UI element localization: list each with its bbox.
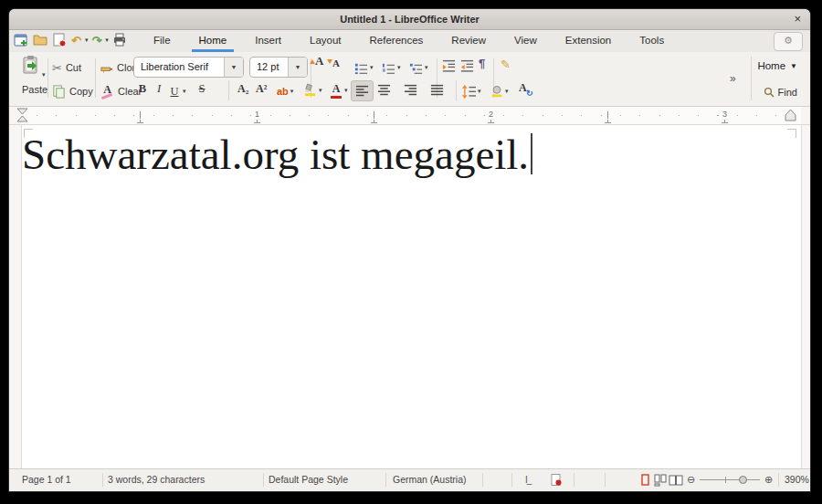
separator xyxy=(385,473,386,487)
line-spacing-button[interactable]: ▾ xyxy=(462,82,481,100)
libreoffice-writer-window: Untitled 1 - LibreOffice Writer × ↶ ▾ ↷ … xyxy=(9,9,810,491)
find-button[interactable]: Find xyxy=(764,83,797,101)
gear-icon[interactable]: ⚙ xyxy=(774,32,803,51)
font-size-value[interactable]: 12 pt xyxy=(250,58,288,77)
tab-tools[interactable]: Tools xyxy=(627,30,676,52)
book-view-button[interactable] xyxy=(669,474,683,487)
ruler-major-tick xyxy=(374,111,374,119)
cut-label: Cut xyxy=(66,62,81,73)
superscript-button[interactable]: A² xyxy=(256,82,267,96)
font-color-dropdown-icon[interactable]: ▾ xyxy=(344,87,348,94)
insert-mode-icon[interactable]: I_ xyxy=(525,469,531,490)
open-icon[interactable] xyxy=(33,33,47,47)
cut-button[interactable]: ✂ Cut xyxy=(52,58,81,77)
paragraph-background-dropdown-icon[interactable]: ▾ xyxy=(505,88,509,95)
ruler-major-tick xyxy=(140,111,141,119)
font-name-dropdown-icon[interactable]: ▼ xyxy=(224,58,243,77)
character-highlight-button[interactable]: ab ▾ xyxy=(277,82,293,100)
scissors-icon: ✂ xyxy=(52,61,62,75)
line-spacing-dropdown-icon[interactable]: ▾ xyxy=(478,88,481,95)
tab-view[interactable]: View xyxy=(502,30,549,52)
bullet-list-button[interactable]: ▾ xyxy=(354,58,374,77)
multi-page-view-button[interactable] xyxy=(654,474,667,487)
tab-references[interactable]: References xyxy=(358,30,436,52)
underline-dropdown-icon[interactable]: ▾ xyxy=(183,88,186,95)
font-size-dropdown-icon[interactable]: ▼ xyxy=(288,58,307,77)
highlight-dropdown-icon[interactable]: ▾ xyxy=(319,87,322,94)
align-center-button[interactable] xyxy=(377,83,391,97)
print-icon[interactable] xyxy=(112,33,127,47)
copy-button[interactable]: Copy xyxy=(52,82,93,100)
single-page-view-button[interactable] xyxy=(639,474,651,487)
paragraph-background-button[interactable]: ▾ xyxy=(490,82,509,100)
strikethrough-button[interactable]: S xyxy=(195,82,208,96)
bullet-list-dropdown-icon[interactable]: ▾ xyxy=(370,64,374,71)
formatting-marks-button[interactable]: ¶ xyxy=(479,57,485,70)
paste-icon[interactable] xyxy=(22,56,39,75)
align-left-button[interactable] xyxy=(351,80,374,101)
redo-icon[interactable]: ↷ xyxy=(91,34,101,47)
highlighter-icon xyxy=(303,83,317,98)
paste-label[interactable]: Paste xyxy=(18,84,51,95)
page-number-status[interactable]: Page 1 of 1 xyxy=(22,469,71,490)
character-highlight-icon: ab xyxy=(277,86,289,97)
outline-list-dropdown-icon[interactable]: ▾ xyxy=(425,64,428,71)
horizontal-ruler[interactable]: 1 2 3 xyxy=(9,107,810,125)
default-tabstop-mark xyxy=(722,119,728,123)
language-status[interactable]: German (Austria) xyxy=(393,469,467,490)
redo-dropdown-icon[interactable]: ▾ xyxy=(105,37,109,44)
tab-review[interactable]: Review xyxy=(439,30,498,52)
font-name-combobox[interactable]: Liberation Serif ▼ xyxy=(133,57,244,78)
font-size-combobox[interactable]: 12 pt ▼ xyxy=(249,57,308,78)
tab-strip: File Home Insert Layout References Revie… xyxy=(142,30,680,52)
paste-dropdown-icon[interactable]: ▾ xyxy=(42,71,46,79)
document-canvas[interactable]: Schwarzatal.org ist megageil. xyxy=(9,125,810,469)
numbered-list-dropdown-icon[interactable]: ▾ xyxy=(397,64,401,71)
toolbar-overflow-button[interactable]: » xyxy=(730,72,736,85)
zoom-slider-handle[interactable] xyxy=(739,476,747,484)
context-menu-button[interactable]: Home ▼ xyxy=(757,60,797,71)
numbered-list-button[interactable]: ▾ xyxy=(382,58,401,77)
font-color-button[interactable]: A ▾ xyxy=(330,81,348,100)
undo-icon[interactable]: ↶ xyxy=(71,34,81,47)
up-arrow-icon xyxy=(310,59,315,64)
underline-button[interactable]: U ▾ xyxy=(168,82,186,100)
tab-extension[interactable]: Extension xyxy=(553,30,624,52)
search-icon xyxy=(764,87,775,98)
increase-indent-button[interactable] xyxy=(442,59,456,73)
close-icon[interactable]: × xyxy=(794,9,801,28)
autocorrect-button[interactable]: A ↻ xyxy=(519,82,527,93)
new-document-icon[interactable] xyxy=(14,33,28,47)
left-indent-marker[interactable] xyxy=(16,108,28,123)
zoom-in-button[interactable]: ⊕ xyxy=(764,469,773,490)
document-modified-icon[interactable] xyxy=(551,474,563,487)
save-icon[interactable] xyxy=(52,33,67,47)
document-text[interactable]: Schwarzatal.org ist megageil. xyxy=(22,125,532,184)
tab-insert[interactable]: Insert xyxy=(243,30,293,52)
page-style-status[interactable]: Default Page Style xyxy=(269,469,348,490)
word-count-status[interactable]: 3 words, 29 characters xyxy=(108,469,205,490)
font-name-value[interactable]: Liberation Serif xyxy=(134,58,224,77)
align-justify-button[interactable] xyxy=(430,83,444,97)
tab-layout[interactable]: Layout xyxy=(298,30,353,52)
zoom-slider[interactable] xyxy=(700,479,760,480)
decrease-indent-button[interactable] xyxy=(460,59,474,73)
outline-list-button[interactable]: ▾ xyxy=(409,58,428,77)
undo-dropdown-icon[interactable]: ▾ xyxy=(85,37,89,44)
numbered-list-icon xyxy=(382,61,395,75)
subscript-button[interactable]: A₂ xyxy=(237,82,248,96)
tab-file[interactable]: File xyxy=(142,30,183,52)
edit-mode-pencil-icon[interactable]: ✎ xyxy=(501,58,511,71)
zoom-out-button[interactable]: ⊖ xyxy=(687,469,695,490)
context-menu-arrow-icon: ▼ xyxy=(790,62,797,70)
highlight-color-button[interactable]: ▾ xyxy=(303,81,322,100)
right-indent-marker[interactable] xyxy=(785,109,796,122)
bold-button[interactable]: B xyxy=(136,82,149,96)
paragraph-background-icon xyxy=(490,85,503,99)
character-highlight-dropdown-icon[interactable]: ▾ xyxy=(290,88,294,95)
tab-home[interactable]: Home xyxy=(187,30,239,52)
italic-button[interactable]: I xyxy=(153,82,165,96)
zoom-level-status[interactable]: 390% xyxy=(785,469,809,490)
align-right-button[interactable] xyxy=(404,83,417,97)
paragraph-text[interactable]: Schwarzatal.org ist megageil. xyxy=(22,131,529,178)
